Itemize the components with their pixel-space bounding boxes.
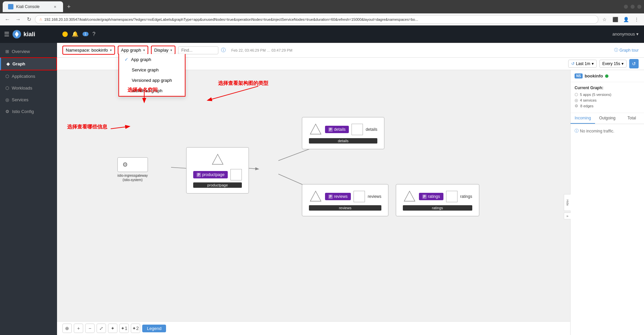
extensions-button[interactable]: ⬛ <box>610 15 620 24</box>
bookmark-button[interactable]: ☆ <box>600 15 609 24</box>
hamburger-menu-button[interactable]: ☰ <box>4 31 9 38</box>
details-group-box[interactable]: P details details details <box>302 117 384 149</box>
toolbar-icons: 🔔 1 ? <box>62 31 95 37</box>
namespace-badge: NS <box>575 73 583 78</box>
layout-button[interactable]: ✦ <box>108 324 117 333</box>
graph-canvas-area: ⚙ istio-ingressgateway(istio-system) <box>57 70 570 335</box>
display-label: Display <box>154 48 169 53</box>
sidebar-item-graph-label: Graph <box>12 61 25 66</box>
graph-controls-bar: Namespace: bookinfo ▾ App graph ▾ ✓ App … <box>57 43 644 58</box>
kiali-icon <box>12 30 21 39</box>
reviews-app-node[interactable]: P reviews <box>325 193 351 200</box>
productpage-app-node[interactable]: P productpage <box>193 171 228 178</box>
sidebar-item-istio-config[interactable]: ⚙ Istio Config <box>0 106 57 117</box>
manual-refresh-button[interactable]: ↺ <box>629 59 639 68</box>
ingress-node-label: istio-ingressgateway(istio-system) <box>117 173 148 182</box>
ratings-svc-label: ratings <box>460 194 472 199</box>
tab-close-button[interactable]: ✕ <box>52 4 58 9</box>
find-info-icon[interactable]: ⓘ <box>221 47 226 53</box>
sidebar-item-services[interactable]: ◎ Services <box>0 94 57 106</box>
reviews-triangle-icon <box>309 190 322 203</box>
graph-type-service-graph[interactable]: Service graph <box>119 65 185 75</box>
layout-2-button[interactable]: ✦2 <box>131 324 140 333</box>
window-minimize[interactable] <box>624 5 628 9</box>
panel-hide-button[interactable]: Hide <box>564 194 571 211</box>
graph-type-versioned-app-graph[interactable]: Versioned app graph <box>119 75 185 86</box>
ratings-svc-node[interactable] <box>446 191 458 202</box>
new-tab-button[interactable]: + <box>66 2 72 12</box>
reviews-node-row: P reviews reviews <box>309 190 381 203</box>
address-bar[interactable]: ⚠ 192.168.20.10:30547/kiali/console/grap… <box>35 15 598 24</box>
content-area: Namespace: bookinfo ▾ App graph ▾ ✓ App … <box>57 43 644 335</box>
productpage-group-box[interactable]: P productpage productpage <box>186 147 249 193</box>
refresh-interval-button[interactable]: Every 15s ▾ <box>599 60 627 68</box>
details-node-label: details <box>309 138 377 144</box>
current-graph-title: Current Graph: <box>575 86 640 90</box>
productpage-app-label: productpage <box>202 172 225 177</box>
legend-button[interactable]: Legend <box>142 325 166 332</box>
outgoing-tab[interactable]: Outgoing <box>595 113 620 124</box>
nav-forward-button[interactable]: → <box>13 15 23 24</box>
zoom-in-button[interactable]: + <box>74 324 83 333</box>
browser-action-buttons: ☆ ⬛ 👤 ⋮ <box>600 15 641 24</box>
incoming-tab[interactable]: Incoming <box>571 113 595 124</box>
details-app-node[interactable]: P details <box>325 126 349 133</box>
panel-expand-button[interactable]: » <box>564 213 571 219</box>
sidebar-item-workloads[interactable]: ⬡ Workloads <box>0 82 57 94</box>
reviews-group-box[interactable]: P reviews reviews reviews <box>302 184 388 216</box>
help-button[interactable]: ? <box>93 31 96 37</box>
ratings-group-box[interactable]: P ratings ratings ratings <box>396 184 479 216</box>
user-menu[interactable]: anonymous ▾ <box>612 32 639 37</box>
browser-tab[interactable]: Kiali Console ✕ <box>3 1 63 12</box>
productpage-node-row: P productpage <box>193 169 242 180</box>
sidebar-item-graph[interactable]: ◈ Graph <box>0 57 57 70</box>
svg-marker-10 <box>212 154 223 164</box>
tab-favicon <box>8 4 13 9</box>
edges-stat: ⚙ 8 edges <box>575 104 640 108</box>
find-input[interactable] <box>178 46 218 54</box>
display-dropdown[interactable]: Display ▾ <box>151 46 176 55</box>
traffic-tabs: Incoming Outgoing Total <box>571 113 644 124</box>
svg-marker-12 <box>310 191 321 201</box>
zoom-out-button[interactable]: − <box>85 324 95 333</box>
sidebar-item-services-label: Services <box>12 97 29 102</box>
ratings-node-row: P ratings ratings <box>403 190 472 203</box>
nav-back-button[interactable]: ← <box>3 15 12 24</box>
ssl-lock-icon: ⚠ <box>39 17 42 21</box>
sidebar: ☰ kiali ⊞ Overview ◈ Graph ⬡ Application… <box>0 25 57 335</box>
graph-tour-link[interactable]: ⓘ Graph tour <box>614 47 639 53</box>
browser-navbar: ← → ↻ ⚠ 192.168.20.10:30547/kiali/consol… <box>0 13 644 25</box>
zoom-reset-button[interactable]: ⤢ <box>97 324 106 333</box>
graph-type-dropdown[interactable]: App graph ▾ ✓ App graph Service graph <box>118 46 148 55</box>
zoom-fit-button[interactable]: ⊕ <box>62 324 72 333</box>
window-close[interactable] <box>637 5 641 9</box>
reviews-svc-node[interactable] <box>354 191 365 202</box>
namespace-dropdown[interactable]: Namespace: bookinfo ▾ <box>62 46 115 55</box>
profile-button[interactable]: 👤 <box>621 15 631 24</box>
sidebar-item-applications[interactable]: ⬡ Applications <box>0 70 57 82</box>
details-svc-node[interactable] <box>352 124 363 135</box>
details-triangle-icon <box>309 123 322 136</box>
menu-button[interactable]: ⋮ <box>632 15 641 24</box>
graph-type-label: App graph <box>121 48 141 53</box>
graph-canvas[interactable]: ⚙ istio-ingressgateway(istio-system) <box>57 70 570 335</box>
graph-type-app-graph[interactable]: ✓ App graph <box>119 54 185 65</box>
layout-1-button[interactable]: ✦1 <box>119 324 129 333</box>
graph-type-workload-graph[interactable]: Workload graph <box>119 86 185 96</box>
graph-tour-info-icon: ⓘ <box>614 47 618 53</box>
svg-marker-13 <box>404 191 415 201</box>
ingress-gateway-node[interactable]: ⚙ istio-ingressgateway(istio-system) <box>117 157 148 182</box>
window-maximize[interactable] <box>631 5 635 9</box>
sidebar-item-overview[interactable]: ⊞ Overview <box>0 46 57 57</box>
istio-icon: ⚙ <box>5 109 9 114</box>
graph-type-versioned-label: Versioned app graph <box>132 78 172 83</box>
total-tab[interactable]: Total <box>620 113 644 124</box>
productpage-svc-node[interactable] <box>230 169 242 180</box>
notifications-bell-icon[interactable]: 🔔 <box>72 31 78 37</box>
ratings-triangle-icon <box>403 190 416 203</box>
ratings-app-node[interactable]: P ratings <box>419 193 443 200</box>
last-time-button[interactable]: ↺ Last 1m ▾ <box>568 60 597 68</box>
sidebar-item-workloads-label: Workloads <box>12 86 32 91</box>
nav-refresh-button[interactable]: ↻ <box>24 15 34 24</box>
svg-line-16 <box>111 126 129 129</box>
